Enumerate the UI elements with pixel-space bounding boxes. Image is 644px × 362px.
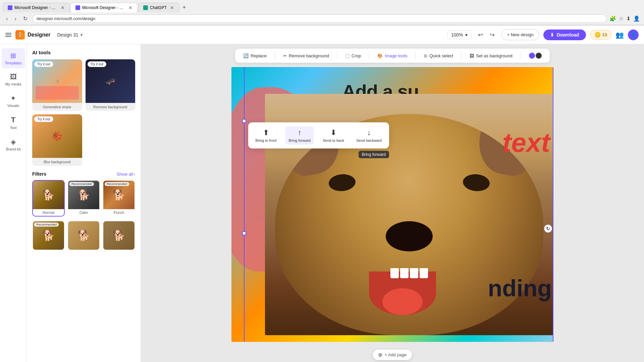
tab-title-2: Microsoft Designer - Stunning... xyxy=(82,5,125,10)
sidebar-item-text[interactable]: T Text xyxy=(2,112,25,133)
show-all-button[interactable]: Show all › xyxy=(117,172,135,177)
download-button[interactable]: ⬇ Download xyxy=(543,29,586,40)
redo-button[interactable]: ↪ xyxy=(487,30,497,40)
filter-calm[interactable]: 🐕 Recommended Calm xyxy=(67,180,100,217)
canvas-text-red-value: text xyxy=(502,128,550,158)
forward-button[interactable]: › xyxy=(12,15,18,22)
quick-select-icon: ⊙ xyxy=(424,53,427,58)
handle-mid-left[interactable] xyxy=(242,231,246,235)
ai-tool-blur-background[interactable]: 🏀 Try it out Blur background xyxy=(32,114,82,166)
filter-punch-label: Punch xyxy=(103,209,135,216)
templates-icon: ⊞ xyxy=(10,52,16,60)
back-button[interactable]: ‹ xyxy=(4,15,10,22)
filter-5[interactable]: 🐕 xyxy=(67,221,100,250)
blur-bg-label: Blur background xyxy=(32,158,82,166)
bring-to-front-icon: ⬆ xyxy=(263,128,269,137)
divider-6 xyxy=(521,52,521,60)
replace-button[interactable]: 🔄 Replace xyxy=(240,52,269,60)
tab-2[interactable]: Microsoft Designer - Stunning... ✕ xyxy=(70,3,138,12)
image-tools-icon: 🎨 xyxy=(377,53,383,58)
tab-close-1[interactable]: ✕ xyxy=(61,5,65,10)
image-tools-label: Image tools xyxy=(385,53,407,58)
design-title[interactable]: Design 31 ▾ xyxy=(57,32,82,38)
ai-tool-generative-erase[interactable]: 🏖 Try it out Generative erase xyxy=(32,59,82,111)
sidebar-item-my-media[interactable]: 🖼 My media xyxy=(2,70,25,89)
sidebar-item-brand[interactable]: ◈ Brand kit xyxy=(2,134,25,155)
new-tab-button[interactable]: + xyxy=(180,3,189,12)
canvas-area: 🔄 Replace ✂ Remove background ⬚ Crop 🎨 I… xyxy=(141,44,644,362)
zoom-control[interactable]: 100% ▾ xyxy=(447,31,471,39)
canvas-content[interactable]: Add a su xyxy=(231,67,553,342)
tab-close-2[interactable]: ✕ xyxy=(128,5,132,10)
crop-icon: ⬚ xyxy=(345,53,350,58)
set-bg-label: Set as background xyxy=(476,53,512,58)
color-adjust-button[interactable] xyxy=(526,51,544,60)
tab-3[interactable]: ChatGPT ✕ xyxy=(138,3,179,12)
hamburger-line xyxy=(5,35,11,35)
sidebar-item-visuals[interactable]: ✦ Visuals xyxy=(2,91,25,111)
new-design-label: + New design xyxy=(507,32,534,37)
tooltip-text: Bring forward xyxy=(362,152,386,157)
bring-to-front-label: Bring to front xyxy=(256,138,277,142)
crop-button[interactable]: ⬚ Crop xyxy=(343,52,364,60)
divider-2 xyxy=(337,52,337,60)
address-input[interactable] xyxy=(32,14,607,23)
remove-bg-icon: ✂ xyxy=(283,53,287,58)
bring-forward-button[interactable]: ↑ Bring forward xyxy=(285,126,314,144)
add-page-bar[interactable]: ⊕ + Add page xyxy=(373,350,412,360)
filter-4[interactable]: 🐕 Recommended xyxy=(32,221,65,250)
download-icon[interactable]: ⬇ xyxy=(626,15,631,22)
new-design-button[interactable]: + New design xyxy=(501,29,539,40)
app: 🎨 Designer Design 31 ▾ 100% ▾ ↩ ↪ + New … xyxy=(0,25,644,362)
bookmark-icon[interactable]: ☆ xyxy=(619,15,624,22)
send-to-back-button[interactable]: ⬇ Send to back xyxy=(319,126,347,144)
set-as-background-button[interactable]: 🖼 Set as background xyxy=(467,52,515,60)
selection-left-edge xyxy=(244,67,245,342)
canvas-wrapper: Add a su xyxy=(231,67,553,342)
divider-4 xyxy=(415,52,416,60)
address-bar: ‹ › ↻ 🧩 ☆ ⬇ 👤 xyxy=(0,12,644,25)
add-page-icon: ⊕ xyxy=(378,352,382,358)
rotate-handle[interactable]: ↻ xyxy=(544,225,552,233)
dog-teeth xyxy=(382,268,436,278)
send-to-back-label: Send to back xyxy=(323,138,344,142)
tab-favicon-1 xyxy=(8,5,12,10)
handle-top-left[interactable] xyxy=(242,119,246,123)
filter-punch[interactable]: 🐕 Recommended Punch xyxy=(103,180,135,217)
profile-icon[interactable]: 👤 xyxy=(633,15,640,22)
quick-select-button[interactable]: ⊙ Quick select xyxy=(421,52,456,60)
undo-button[interactable]: ↩ xyxy=(475,30,486,40)
tab-close-3[interactable]: ✕ xyxy=(170,5,174,10)
send-to-back-icon: ⬇ xyxy=(330,128,336,137)
divider-5 xyxy=(461,52,462,60)
logo-icon: 🎨 xyxy=(15,30,25,40)
replace-icon: 🔄 xyxy=(243,53,249,58)
image-tools-button[interactable]: 🎨 Image tools xyxy=(375,52,410,60)
sidebar-item-templates[interactable]: ⊞ Templates xyxy=(2,48,25,68)
show-all-arrow: › xyxy=(134,172,135,177)
ai-tool-remove-background[interactable]: 🛹 Try it out Remove background xyxy=(86,59,136,111)
remove-background-button[interactable]: ✂ Remove background xyxy=(280,52,332,60)
left-panel: AI tools 🏖 Try it out Generative erase 🛹 xyxy=(27,44,141,362)
undo-redo-group: ↩ ↪ xyxy=(475,30,497,40)
canvas-toolbar: 🔄 Replace ✂ Remove background ⬚ Crop 🎨 I… xyxy=(235,48,550,63)
refresh-button[interactable]: ↻ xyxy=(21,15,30,22)
send-backward-icon: ↓ xyxy=(367,128,371,137)
filter-normal[interactable]: 🐕 Normal xyxy=(32,180,65,217)
text-icon: T xyxy=(11,116,15,124)
filter-6[interactable]: 🐕 xyxy=(103,221,135,250)
crop-label: Crop xyxy=(352,53,361,58)
tab-1[interactable]: Microsoft Designer - Stunning... ✕ xyxy=(3,3,70,12)
hamburger-button[interactable] xyxy=(5,33,11,37)
share-button[interactable]: 👥 xyxy=(615,31,624,39)
send-backward-button[interactable]: ↓ Send backward xyxy=(353,126,385,144)
app-bar: 🎨 Designer Design 31 ▾ 100% ▾ ↩ ↪ + New … xyxy=(0,25,644,44)
color-right-icon xyxy=(536,53,542,59)
my-media-icon: 🖼 xyxy=(10,73,17,81)
tab-favicon-2 xyxy=(75,5,80,10)
user-avatar[interactable]: 👤 xyxy=(628,29,639,40)
extensions-icon[interactable]: 🧩 xyxy=(609,15,616,22)
bring-to-front-button[interactable]: ⬆ Bring to front xyxy=(252,126,280,144)
design-title-dropdown-icon: ▾ xyxy=(80,33,83,37)
tab-bar: Microsoft Designer - Stunning... ✕ Micro… xyxy=(0,0,644,12)
